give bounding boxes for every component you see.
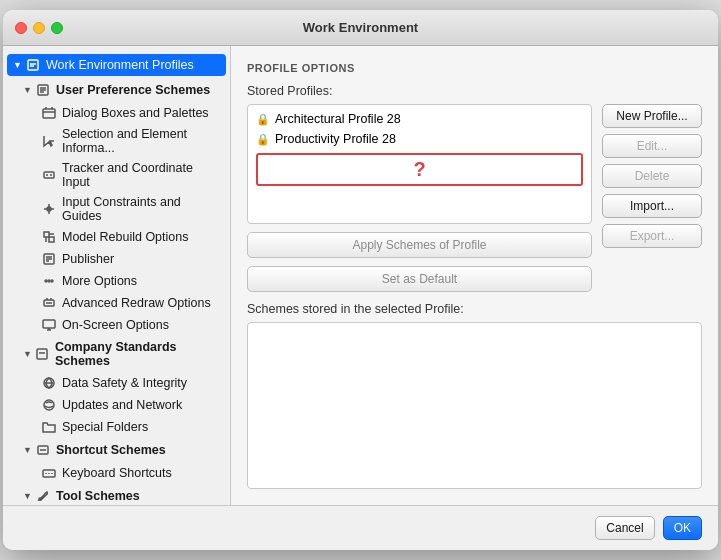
schemes-section: Schemes stored in the selected Profile: [247,302,702,489]
profile-buttons: New Profile... Edit... Delete Import... … [602,104,702,292]
group-shortcut-label: Shortcut Schemes [56,443,166,457]
title-bar: Work Environment [3,10,718,46]
cancel-button[interactable]: Cancel [595,516,654,540]
sidebar-item-label: Dialog Boxes and Palettes [62,106,209,120]
group-user-pref[interactable]: ▼ User Preference Schemes [3,78,230,102]
root-icon [25,57,41,73]
delete-button[interactable]: Delete [602,164,702,188]
profile-item-arch[interactable]: 🔒 Architectural Profile 28 [248,109,591,129]
profiles-list: 🔒 Architectural Profile 28 🔒 Productivit… [247,104,592,224]
ok-button[interactable]: OK [663,516,702,540]
tracker-icon [41,167,57,183]
lock-icon-2: 🔒 [256,133,270,146]
main-content: ▼ Work Environment Profiles ▼ [3,46,718,505]
sidebar-item-updates-network[interactable]: Updates and Network [3,394,230,416]
close-button[interactable] [15,22,27,34]
sidebar-item-model-rebuild[interactable]: Model Rebuild Options [3,226,230,248]
bottom-bar: Cancel OK [3,505,718,550]
group-user-pref-label: User Preference Schemes [56,83,210,97]
export-button[interactable]: Export... [602,224,702,248]
selection-icon [41,133,57,149]
sidebar-item-label: Model Rebuild Options [62,230,188,244]
dialog-boxes-icon [41,105,57,121]
special-folders-icon [41,419,57,435]
maximize-button[interactable] [51,22,63,34]
keyboard-shortcuts-icon [41,465,57,481]
sidebar-root-item[interactable]: ▼ Work Environment Profiles [7,54,226,76]
import-button[interactable]: Import... [602,194,702,218]
data-safety-icon [41,375,57,391]
input-constraints-icon [41,201,57,217]
sidebar-item-label: Tracker and Coordinate Input [62,161,222,189]
group-user-pref-icon [35,82,51,98]
svg-point-25 [45,280,47,282]
sidebar-item-special-folders[interactable]: Special Folders [3,416,230,438]
schemes-stored-label: Schemes stored in the selected Profile: [247,302,702,316]
svg-rect-0 [28,60,38,70]
work-environment-window: Work Environment ▼ Work Environment Prof… [3,10,718,550]
svg-rect-32 [43,320,55,328]
profile-label: Architectural Profile 28 [275,112,401,126]
profiles-area: 🔒 Architectural Profile 28 🔒 Productivit… [247,104,702,292]
more-options-icon [41,273,57,289]
svg-point-27 [51,280,53,282]
svg-rect-7 [43,109,55,118]
sidebar-item-more-options[interactable]: More Options [3,270,230,292]
sidebar-item-tracker[interactable]: Tracker and Coordinate Input [3,158,230,192]
apply-schemes-button[interactable]: Apply Schemes of Profile [247,232,592,258]
publisher-icon [41,251,57,267]
group-company-chevron: ▼ [23,349,32,359]
traffic-lights [15,22,63,34]
set-as-default-button[interactable]: Set as Default [247,266,592,292]
profile-label-2: Productivity Profile 28 [275,132,396,146]
sidebar-item-label: Selection and Element Informa... [62,127,222,155]
sidebar-item-label: Input Constraints and Guides [62,195,222,223]
section-title: PROFILE OPTIONS [247,62,702,74]
edit-button[interactable]: Edit... [602,134,702,158]
svg-rect-35 [37,349,47,359]
sidebar-item-data-safety[interactable]: Data Safety & Integrity [3,372,230,394]
profile-item-prod[interactable]: 🔒 Productivity Profile 28 [248,129,591,149]
sidebar: ▼ Work Environment Profiles ▼ [3,46,231,505]
right-panel: PROFILE OPTIONS Stored Profiles: 🔒 Archi… [231,46,718,505]
updates-network-icon [41,397,57,413]
sidebar-item-publisher[interactable]: Publisher [3,248,230,270]
group-company-standards[interactable]: ▼ Company Standards Schemes [3,336,230,372]
sidebar-item-label: Advanced Redraw Options [62,296,211,310]
sidebar-item-label: More Options [62,274,137,288]
sidebar-item-selection[interactable]: Selection and Element Informa... [3,124,230,158]
group-tool-schemes[interactable]: ▼ Tool Schemes [3,484,230,505]
group-shortcut-schemes[interactable]: ▼ Shortcut Schemes [3,438,230,462]
svg-rect-11 [44,172,54,178]
root-chevron: ▼ [13,60,23,70]
sidebar-item-dialog-boxes[interactable]: Dialog Boxes and Palettes [3,102,230,124]
sidebar-item-label: Publisher [62,252,114,266]
group-tool-label: Tool Schemes [56,489,140,503]
group-tool-icon [35,488,51,504]
sidebar-item-input-constraints[interactable]: Input Constraints and Guides [3,192,230,226]
group-company-label: Company Standards Schemes [55,340,224,368]
svg-point-26 [48,280,50,282]
group-company-icon [35,346,50,362]
new-profile-button[interactable]: New Profile... [602,104,702,128]
group-shortcut-icon [35,442,51,458]
lock-icon: 🔒 [256,113,270,126]
selected-profile-box: ? [256,153,583,186]
sidebar-item-label: Updates and Network [62,398,182,412]
schemes-box [247,322,702,489]
sidebar-item-label: Keyboard Shortcuts [62,466,172,480]
sidebar-root-label: Work Environment Profiles [46,58,194,72]
profiles-list-container: 🔒 Architectural Profile 28 🔒 Productivit… [247,104,592,292]
on-screen-icon [41,317,57,333]
group-user-pref-chevron: ▼ [23,85,32,95]
sidebar-item-advanced-redraw[interactable]: Advanced Redraw Options [3,292,230,314]
minimize-button[interactable] [33,22,45,34]
question-mark-icon: ? [413,158,425,181]
model-rebuild-icon [41,229,57,245]
sidebar-item-label: Special Folders [62,420,148,434]
sidebar-item-keyboard-shortcuts[interactable]: Keyboard Shortcuts [3,462,230,484]
sidebar-item-on-screen[interactable]: On-Screen Options [3,314,230,336]
sidebar-item-label: Data Safety & Integrity [62,376,187,390]
advanced-redraw-icon [41,295,57,311]
sidebar-item-label: On-Screen Options [62,318,169,332]
